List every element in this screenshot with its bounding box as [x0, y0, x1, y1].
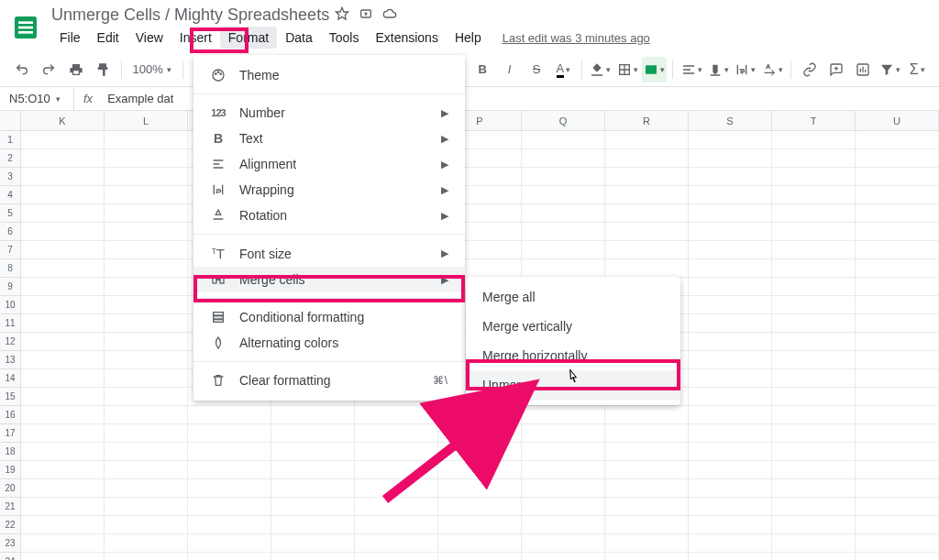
- grid-cell[interactable]: [522, 149, 605, 168]
- grid-cell[interactable]: [105, 553, 188, 560]
- name-box[interactable]: N5:O10▾: [0, 92, 73, 105]
- grid-cell[interactable]: [105, 516, 188, 534]
- bold-button[interactable]: B: [470, 57, 495, 82]
- grid-cell[interactable]: [856, 406, 939, 424]
- grid-cell[interactable]: [355, 534, 438, 553]
- grid-cell[interactable]: [105, 168, 188, 186]
- row-header[interactable]: 24: [0, 553, 21, 560]
- format-menu-rotation[interactable]: Rotation▶: [193, 203, 465, 228]
- grid-cell[interactable]: [689, 278, 772, 296]
- grid-cell[interactable]: [271, 406, 355, 424]
- grid-cell[interactable]: [188, 479, 271, 498]
- row-header[interactable]: 21: [0, 498, 21, 516]
- grid-cell[interactable]: [689, 498, 772, 516]
- grid-cell[interactable]: [856, 296, 939, 314]
- grid-cell[interactable]: [689, 351, 772, 369]
- grid-cell[interactable]: [772, 516, 856, 534]
- grid-cell[interactable]: [188, 406, 271, 424]
- star-icon[interactable]: [335, 6, 349, 24]
- grid-cell[interactable]: [856, 131, 939, 149]
- horizontal-align-button[interactable]: [679, 57, 703, 82]
- row-header[interactable]: 5: [0, 204, 21, 223]
- text-rotation-button[interactable]: [760, 57, 785, 82]
- grid-cell[interactable]: [772, 296, 856, 314]
- grid-cell[interactable]: [21, 259, 105, 278]
- grid-cell[interactable]: [355, 479, 438, 498]
- menu-file[interactable]: File: [51, 27, 89, 49]
- grid-cell[interactable]: [856, 388, 939, 406]
- grid-cell[interactable]: [522, 406, 605, 424]
- grid-cell[interactable]: [772, 186, 856, 204]
- grid-cell[interactable]: [21, 479, 105, 498]
- grid-cell[interactable]: [271, 498, 355, 516]
- grid-cell[interactable]: [271, 553, 355, 560]
- italic-button[interactable]: I: [497, 57, 522, 82]
- grid-cell[interactable]: [105, 351, 188, 369]
- grid-cell[interactable]: [689, 461, 772, 479]
- grid-cell[interactable]: [856, 461, 939, 479]
- row-header[interactable]: 10: [0, 296, 21, 314]
- grid-cell[interactable]: [772, 131, 856, 149]
- row-header[interactable]: 7: [0, 241, 21, 259]
- row-header[interactable]: 13: [0, 351, 21, 369]
- column-header[interactable]: R: [605, 111, 689, 130]
- grid-cell[interactable]: [689, 479, 772, 498]
- merge-cells-button[interactable]: [642, 57, 667, 82]
- grid-cell[interactable]: [21, 498, 105, 516]
- paint-format-button[interactable]: [90, 57, 115, 82]
- row-header[interactable]: 18: [0, 443, 21, 461]
- grid-cell[interactable]: [605, 498, 689, 516]
- grid-cell[interactable]: [772, 369, 856, 388]
- grid-cell[interactable]: [772, 424, 856, 443]
- grid-cell[interactable]: [21, 516, 105, 534]
- grid-cell[interactable]: [772, 351, 856, 369]
- grid-cell[interactable]: [21, 534, 105, 553]
- doc-title[interactable]: Unmerge Cells / Mighty Spreadsheets: [51, 5, 329, 25]
- grid-cell[interactable]: [522, 241, 605, 259]
- format-menu-theme[interactable]: Theme: [193, 62, 465, 88]
- grid-cell[interactable]: [271, 443, 355, 461]
- grid-cell[interactable]: [188, 461, 271, 479]
- column-header[interactable]: T: [772, 111, 856, 130]
- functions-button[interactable]: Σ: [905, 57, 930, 82]
- merge-submenu-merge-horizontally[interactable]: Merge horizontally: [466, 341, 680, 370]
- formula-bar[interactable]: Example dat: [102, 92, 173, 105]
- grid-cell[interactable]: [522, 204, 605, 223]
- row-header[interactable]: 22: [0, 516, 21, 534]
- grid-cell[interactable]: [772, 278, 856, 296]
- grid-cell[interactable]: [856, 498, 939, 516]
- grid-cell[interactable]: [438, 461, 522, 479]
- grid-cell[interactable]: [605, 443, 689, 461]
- grid-cell[interactable]: [856, 424, 939, 443]
- grid-cell[interactable]: [21, 553, 105, 560]
- grid-cell[interactable]: [21, 296, 105, 314]
- borders-button[interactable]: [615, 57, 640, 82]
- grid-cell[interactable]: [605, 534, 689, 553]
- grid-cell[interactable]: [689, 223, 772, 241]
- grid-cell[interactable]: [605, 516, 689, 534]
- grid-cell[interactable]: [856, 479, 939, 498]
- grid-cell[interactable]: [605, 259, 689, 278]
- grid-cell[interactable]: [271, 516, 355, 534]
- grid-cell[interactable]: [21, 314, 105, 333]
- grid-cell[interactable]: [188, 534, 271, 553]
- grid-cell[interactable]: [21, 333, 105, 351]
- grid-cell[interactable]: [438, 498, 522, 516]
- grid-cell[interactable]: [689, 186, 772, 204]
- grid-cell[interactable]: [21, 443, 105, 461]
- insert-comment-button[interactable]: [823, 57, 848, 82]
- grid-cell[interactable]: [856, 259, 939, 278]
- grid-cell[interactable]: [856, 443, 939, 461]
- format-menu-clear-formatting[interactable]: Clear formatting⌘\: [193, 368, 465, 393]
- row-header[interactable]: 8: [0, 259, 21, 278]
- grid-cell[interactable]: [772, 314, 856, 333]
- row-header[interactable]: 6: [0, 223, 21, 241]
- grid-cell[interactable]: [271, 534, 355, 553]
- grid-cell[interactable]: [271, 424, 355, 443]
- grid-cell[interactable]: [522, 259, 605, 278]
- grid-cell[interactable]: [355, 498, 438, 516]
- grid-cell[interactable]: [271, 479, 355, 498]
- merge-submenu-unmerge[interactable]: Unmerge: [466, 370, 680, 400]
- grid-cell[interactable]: [856, 278, 939, 296]
- grid-cell[interactable]: [689, 369, 772, 388]
